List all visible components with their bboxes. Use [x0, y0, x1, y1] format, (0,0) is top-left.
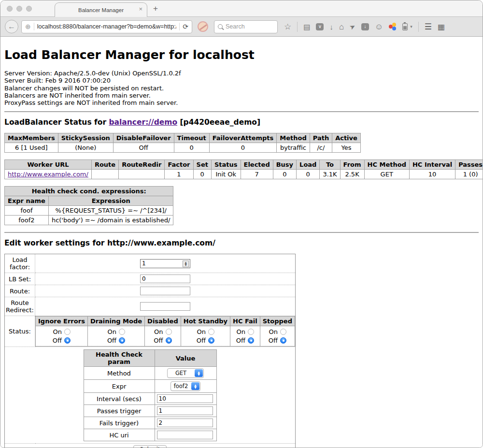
minimize-window-button[interactable]: [16, 6, 22, 12]
cell-timeout: 0: [174, 143, 209, 153]
cell-from: 2.5K: [340, 170, 364, 179]
table-row: foof %{REQUEST_STATUS} =~ /^[234]/: [5, 206, 173, 216]
balancer-demo-link[interactable]: balancer://demo: [109, 118, 177, 127]
cell-expr-name: foof2: [5, 216, 49, 225]
search-input[interactable]: [226, 23, 274, 30]
panel-download-icon[interactable]: ↓: [361, 23, 369, 30]
column-header: Active: [332, 133, 361, 143]
column-header: StickySession: [58, 133, 113, 143]
cell-set: 0: [193, 170, 211, 179]
radio-on[interactable]: [119, 329, 125, 335]
column-header: Set: [193, 160, 211, 170]
chevron-down-icon[interactable]: ▾: [410, 24, 412, 29]
radio-off[interactable]: [248, 337, 254, 344]
column-header: Busy: [273, 160, 296, 170]
radio-on-label: On: [108, 328, 116, 335]
window-controls: [7, 6, 32, 12]
reading-list-icon[interactable]: ▤: [303, 23, 310, 30]
radio-off[interactable]: [166, 337, 172, 344]
balancer-status-table: MaxMembers StickySession DisableFailover…: [4, 133, 361, 153]
method-select[interactable]: GET ▲▼: [167, 368, 204, 378]
divider: [179, 23, 180, 30]
server-built-line: Server Built: Feb 9 2016 07:00:20: [4, 77, 479, 84]
status-field: Ignore Errors Draining Mode Disabled Hot…: [35, 316, 296, 347]
expr-selected-value: foof2: [171, 383, 191, 390]
bookmark-star-icon[interactable]: ☆: [284, 23, 291, 30]
radio-off[interactable]: [208, 337, 214, 344]
number-spinner-icon[interactable]: ▲▼: [183, 260, 189, 267]
radio-off[interactable]: [280, 337, 286, 344]
search-bar[interactable]: [214, 20, 278, 33]
radio-on[interactable]: [208, 329, 214, 335]
fails-input[interactable]: [157, 419, 213, 427]
route-redirect-input[interactable]: [140, 302, 190, 311]
radio-on-label: On: [236, 328, 245, 335]
cell-maxmembers: 6 [1 Used]: [5, 143, 58, 153]
radio-off-label: Off: [269, 337, 278, 344]
radio-on[interactable]: [280, 329, 286, 335]
status-hot-standby: On Off: [181, 326, 230, 347]
cell-method: bytraffic: [277, 143, 310, 153]
zoom-window-button[interactable]: [26, 6, 32, 12]
pocket-icon[interactable]: ∨: [316, 23, 324, 30]
send-tab-icon[interactable]: ➤: [348, 22, 356, 31]
worker-url-link[interactable]: http://www.example.com/: [8, 171, 88, 178]
passes-input[interactable]: [157, 406, 213, 415]
url-bar[interactable]: ⊕ localhost:8880/balancer-manager?b=demo…: [21, 20, 192, 33]
column-header: FailoverAttempts: [209, 133, 277, 143]
divider: [4, 111, 479, 112]
route-input[interactable]: [140, 287, 190, 295]
balancer-status-heading: LoadBalancer Status for balancer://demo …: [4, 118, 479, 127]
status-disabled: On Off: [145, 326, 181, 347]
radio-off-label: Off: [53, 337, 62, 344]
plugin-blocked-icon[interactable]: [198, 21, 208, 32]
expr-select[interactable]: foof2 ▲▼: [170, 381, 200, 391]
column-header: To: [320, 160, 340, 170]
close-window-button[interactable]: [7, 6, 13, 12]
feedback-smiley-icon[interactable]: ☺: [375, 23, 383, 30]
cell-path: /c/: [310, 143, 332, 153]
reload-icon[interactable]: ⟳: [183, 23, 188, 30]
home-icon[interactable]: ⌂: [339, 23, 344, 30]
column-header: Route: [91, 160, 118, 170]
status-ignore-errors: On Off: [36, 326, 88, 347]
downloads-icon[interactable]: ↓: [329, 23, 333, 30]
grid-extension-icon[interactable]: ▦: [438, 23, 445, 30]
form-row-submit: Submit: [5, 444, 296, 448]
url-text[interactable]: localhost:8880/balancer-manager?b=demo&w…: [37, 23, 177, 30]
column-header: Passes: [455, 160, 483, 170]
menu-icon[interactable]: ☰: [425, 23, 432, 30]
hc-uri-input[interactable]: [157, 431, 213, 439]
tab-balancer-manager[interactable]: Balancer Manager ×: [55, 2, 147, 17]
radio-on[interactable]: [248, 329, 254, 335]
divider: [297, 22, 298, 32]
health-check-table: Health Check param Value Method GET ▲▼: [84, 349, 217, 441]
load-factor-label: Load factor:: [5, 254, 35, 273]
load-factor-field: ▲▼: [35, 254, 296, 273]
new-tab-button[interactable]: +: [153, 4, 158, 14]
heading-text: [p4420eeae_demo]: [177, 118, 260, 127]
radio-on[interactable]: [166, 329, 172, 335]
edit-worker-heading: Edit worker settings for http://www.exam…: [4, 239, 479, 247]
colorful-extension-icon[interactable]: [389, 23, 397, 30]
interval-label: Interval (secs): [84, 393, 155, 405]
radio-off[interactable]: [119, 337, 125, 344]
column-header: MaxMembers: [5, 133, 58, 143]
back-button[interactable]: ←: [5, 20, 18, 33]
radio-off[interactable]: [64, 337, 71, 344]
battery-extension-icon[interactable]: [402, 23, 408, 30]
column-header: Timeout: [174, 133, 209, 143]
navigation-toolbar: ← ⊕ localhost:8880/balancer-manager?b=de…: [0, 17, 483, 37]
close-tab-icon[interactable]: ×: [139, 6, 142, 12]
column-header: Health Check param: [84, 350, 155, 367]
radio-off-label: Off: [107, 337, 116, 344]
table-header-row: MaxMembers StickySession DisableFailover…: [5, 133, 361, 143]
submit-button[interactable]: Submit: [133, 445, 167, 448]
interval-input[interactable]: [157, 394, 213, 403]
lb-set-input[interactable]: [140, 275, 190, 283]
column-header: From: [340, 160, 364, 170]
column-header: Ignore Errors: [36, 317, 88, 326]
hc-row-fails: Fails trigger): [84, 417, 216, 429]
hc-row-hcuri: HC uri: [84, 429, 216, 441]
radio-on[interactable]: [64, 329, 71, 335]
